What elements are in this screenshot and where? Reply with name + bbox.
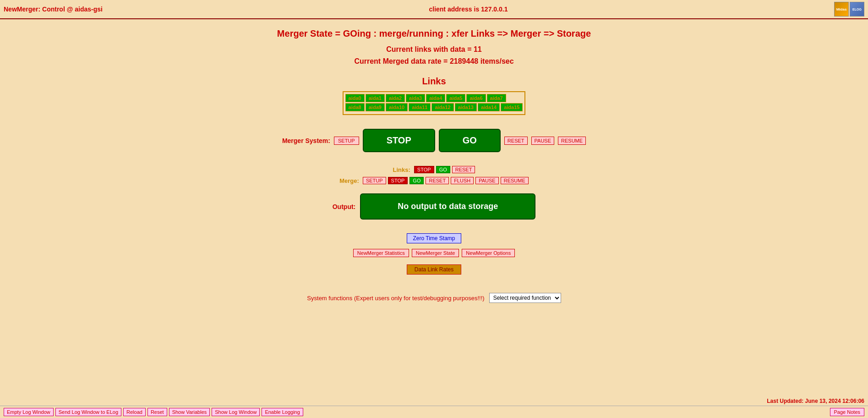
- link-aida4[interactable]: aida4: [426, 94, 445, 102]
- elog-logo: ELOG: [850, 2, 864, 16]
- footer-toolbar: Empty Log Window Send Log Window to ELog…: [0, 406, 868, 418]
- header-logo: Midas ELOG: [834, 2, 864, 16]
- merger-stop-button[interactable]: STOP: [363, 129, 435, 152]
- header: NewMerger: Control @ aidas-gsi client ad…: [0, 0, 868, 19]
- footer-right: Page Notes: [830, 408, 864, 416]
- links-grid: aida0 aida1 aida2 aida3 aida4 aida5 aida…: [343, 91, 526, 115]
- last-updated: Last Updated: June 13, 2024 12:06:06: [767, 398, 864, 404]
- reload-button[interactable]: Reload: [123, 408, 146, 416]
- link-aida8[interactable]: aida8: [345, 103, 365, 111]
- system-functions-text: System functions (Expert users only for …: [307, 295, 484, 302]
- data-link-rates-section: Data Link Rates: [9, 264, 859, 284]
- merger-system-label: Merger System:: [282, 137, 330, 144]
- merge-flush-button[interactable]: FLUSH: [451, 177, 474, 184]
- data-rate-text: Current Merged data rate = 2189448 items…: [9, 55, 859, 67]
- zero-time-section: Zero Time Stamp: [9, 233, 859, 249]
- link-aida11[interactable]: aida11: [409, 103, 431, 111]
- link-aida3[interactable]: aida3: [406, 94, 425, 102]
- header-title: NewMerger: Control @ aidas-gsi: [4, 6, 103, 13]
- controls-section: Links: STOP GO RESET Merge: SETUP STOP G…: [9, 166, 859, 184]
- current-links-text: Current links with data = 11: [9, 44, 859, 55]
- data-rate-info: Current links with data = 11 Current Mer…: [9, 44, 859, 67]
- newmerger-state-button[interactable]: NewMerger State: [412, 249, 459, 257]
- merge-stop-button[interactable]: STOP: [388, 177, 408, 184]
- system-functions-row: System functions (Expert users only for …: [9, 293, 859, 303]
- links-stop-button[interactable]: STOP: [414, 166, 434, 173]
- system-functions-select[interactable]: Select required function: [489, 293, 561, 303]
- merger-reset-button[interactable]: RESET: [504, 137, 528, 145]
- main-content: Merger State = GOing : merge/running : x…: [0, 19, 868, 321]
- state-header: Merger State = GOing : merge/running : x…: [9, 28, 859, 39]
- link-aida1[interactable]: aida1: [366, 94, 385, 102]
- links-title: Links: [9, 76, 859, 87]
- merger-go-button[interactable]: GO: [439, 129, 501, 152]
- link-aida5[interactable]: aida5: [446, 94, 465, 102]
- show-variables-button[interactable]: Show Variables: [169, 408, 210, 416]
- output-label: Output:: [333, 203, 356, 210]
- stats-row: NewMerger Statistics NewMerger State New…: [9, 249, 859, 257]
- header-client: client address is 127.0.0.1: [429, 6, 508, 13]
- merge-control-label: Merge:: [339, 177, 359, 184]
- link-aida14[interactable]: aida14: [478, 103, 500, 111]
- link-aida9[interactable]: aida9: [366, 103, 385, 111]
- reset-button[interactable]: Reset: [147, 408, 167, 416]
- links-row-2: aida8 aida9 aida10 aida11 aida12 aida13 …: [345, 103, 523, 111]
- merger-system-row: Merger System: SETUP STOP GO RESET PAUSE…: [9, 129, 859, 152]
- output-display: No output to data storage: [360, 193, 535, 220]
- merge-pause-button[interactable]: PAUSE: [475, 177, 498, 184]
- data-link-rates-button[interactable]: Data Link Rates: [407, 264, 461, 275]
- link-aida7[interactable]: aida7: [487, 94, 506, 102]
- link-aida10[interactable]: aida10: [386, 103, 408, 111]
- merger-state: Merger State = GOing: [277, 28, 371, 38]
- link-aida2[interactable]: aida2: [386, 94, 405, 102]
- merge-reset-button[interactable]: RESET: [426, 177, 449, 184]
- links-control-row: Links: STOP GO RESET: [9, 166, 859, 173]
- links-reset-button[interactable]: RESET: [452, 166, 475, 173]
- merger-pause-button[interactable]: PAUSE: [531, 137, 554, 145]
- output-row: Output: No output to data storage: [9, 193, 859, 220]
- merger-resume-button[interactable]: RESUME: [558, 137, 586, 145]
- midas-logo: Midas: [834, 2, 849, 16]
- merge-control-row: Merge: SETUP STOP GO RESET FLUSH PAUSE R…: [9, 177, 859, 184]
- newmerger-statistics-button[interactable]: NewMerger Statistics: [353, 249, 409, 257]
- show-log-window-button[interactable]: Show Log Window: [212, 408, 260, 416]
- link-aida0[interactable]: aida0: [345, 94, 365, 102]
- xfer-links: xfer Links => Merger => Storage: [452, 28, 591, 38]
- links-control-label: Links:: [393, 166, 410, 173]
- enable-logging-button[interactable]: Enable Logging: [262, 408, 303, 416]
- newmerger-options-button[interactable]: NewMerger Options: [462, 249, 515, 257]
- page-notes-button[interactable]: Page Notes: [830, 408, 864, 416]
- merger-setup-button[interactable]: SETUP: [334, 137, 359, 145]
- empty-log-window-button[interactable]: Empty Log Window: [4, 408, 54, 416]
- links-go-button[interactable]: GO: [436, 166, 450, 173]
- separator1: :: [373, 28, 377, 38]
- merge-resume-button[interactable]: RESUME: [501, 177, 529, 184]
- zero-time-button[interactable]: Zero Time Stamp: [407, 233, 461, 243]
- send-log-window-button[interactable]: Send Log Window to ELog: [55, 408, 121, 416]
- merge-running: merge/running: [379, 28, 443, 38]
- merge-go-button[interactable]: GO: [409, 177, 424, 184]
- footer-left: Empty Log Window Send Log Window to ELog…: [4, 408, 303, 416]
- link-aida15[interactable]: aida15: [501, 103, 523, 111]
- link-aida6[interactable]: aida6: [466, 94, 486, 102]
- merge-setup-button[interactable]: SETUP: [363, 177, 386, 184]
- link-aida12[interactable]: aida12: [431, 103, 453, 111]
- separator2: :: [446, 28, 449, 38]
- links-row-1: aida0 aida1 aida2 aida3 aida4 aida5 aida…: [345, 94, 523, 102]
- link-aida13[interactable]: aida13: [455, 103, 477, 111]
